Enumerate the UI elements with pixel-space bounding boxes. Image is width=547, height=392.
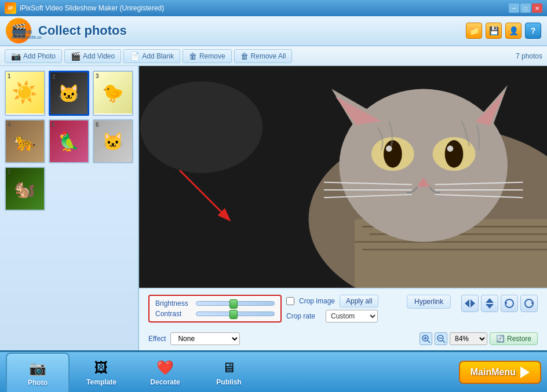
effect-select[interactable]: None Grayscale Sepia Blur: [170, 332, 240, 345]
maximize-button[interactable]: □: [520, 3, 531, 13]
photo-nav-icon: 📷: [28, 359, 47, 378]
thumbnail-7[interactable]: 7 🐿️: [5, 167, 45, 211]
hyperlink-button[interactable]: Hyperlink: [407, 295, 451, 309]
thumb-img-2: 🐱: [50, 72, 87, 114]
thumbnail-panel: 1 ☀️ 2 🐱 3 🐤 4 🐆: [0, 66, 139, 350]
zoom-out-icon: [436, 334, 446, 343]
decorate-nav-icon: ❤️: [156, 358, 174, 377]
crop-section: Crop image Apply all Crop rate Custom 4:…: [286, 295, 402, 323]
titlebar-left: iP iPixSoft Video Slideshow Maker (Unreg…: [5, 2, 164, 14]
open-folder-button[interactable]: 📁: [466, 23, 482, 39]
svg-marker-31: [486, 304, 494, 309]
svg-point-16: [445, 140, 464, 168]
main-menu-button[interactable]: MainMenu: [459, 361, 541, 384]
restore-button[interactable]: 🔄 Restore: [490, 332, 538, 345]
header: 网录软件园 www.pc0359.cn 🎬 Collect photos 📁 💾…: [0, 16, 547, 46]
publish-nav-label: Publish: [216, 378, 241, 386]
svg-line-39: [443, 340, 445, 343]
svg-line-35: [428, 340, 430, 343]
thumbnail-grid: 1 ☀️ 2 🐱 3 🐤 4 🐆: [5, 71, 133, 211]
flip-horizontal-button[interactable]: [461, 295, 479, 312]
close-button[interactable]: ✕: [532, 3, 542, 13]
svg-point-18: [447, 145, 454, 152]
template-nav-label: Template: [86, 378, 116, 386]
svg-point-1: [140, 81, 262, 173]
preview-image: [139, 66, 547, 288]
minimize-button[interactable]: ─: [509, 3, 519, 13]
main-content: 1 ☀️ 2 🐱 3 🐤 4 🐆: [0, 66, 547, 350]
cat-preview: [139, 66, 547, 288]
contrast-label: Contrast: [155, 310, 191, 318]
page-title: Collect photos: [38, 23, 127, 38]
thumbnail-3[interactable]: 3 🐤: [93, 71, 133, 116]
zoom-in-button[interactable]: [420, 332, 432, 345]
thumb-img-3: 🐤: [94, 72, 132, 113]
zoom-out-button[interactable]: [435, 332, 447, 345]
add-video-button[interactable]: 🎬 Add Video: [64, 49, 121, 63]
app-logo: iP: [5, 2, 16, 14]
contrast-track: [196, 312, 275, 316]
crop-image-label: Crop image: [299, 297, 335, 305]
crop-rate-select[interactable]: Custom 4:3 16:9 3:2: [326, 310, 378, 323]
brightness-slider[interactable]: [229, 299, 238, 309]
edit-controls: Brightness Contrast: [139, 288, 547, 350]
thumb-img-7: 🐿️: [6, 168, 44, 210]
svg-marker-30: [486, 298, 494, 303]
apply-all-button[interactable]: Apply all: [340, 295, 378, 307]
zoom-in-icon: [421, 334, 431, 343]
brightness-label: Brightness: [155, 299, 191, 307]
contrast-slider[interactable]: [229, 310, 238, 319]
nav-decorate[interactable]: ❤️ Decorate: [133, 353, 197, 392]
play-icon: [520, 367, 530, 378]
titlebar-title: iPixSoft Video Slideshow Maker (Unregist…: [20, 4, 164, 12]
titlebar: iP iPixSoft Video Slideshow Maker (Unreg…: [0, 0, 547, 16]
header-tools: 📁 💾 👤 ?: [466, 23, 541, 39]
thumbnail-6[interactable]: 6 🐱: [93, 119, 133, 163]
help-button[interactable]: ?: [525, 23, 541, 39]
thumbnail-2[interactable]: 2 🐱: [49, 71, 89, 116]
bottom-navigation: 📷 Photo 🖼 Template ❤️ Decorate 🖥 Publish…: [0, 350, 547, 392]
user-button[interactable]: 👤: [505, 23, 522, 39]
thumb-img-5: 🦜: [50, 120, 88, 162]
flip-horizontal-icon: [464, 299, 476, 308]
app-logo-large: 网录软件园 www.pc0359.cn 🎬: [6, 18, 31, 43]
add-photo-button[interactable]: 📷 Add Photo: [5, 49, 62, 63]
zoom-section: 50% 75% 84% 100% 125% 150% 🔄 Restore: [420, 332, 538, 345]
rotate-left-button[interactable]: [501, 295, 518, 312]
add-blank-button[interactable]: 📄 Add Blank: [123, 49, 180, 63]
edit-area: Brightness Contrast: [146, 295, 540, 323]
thumbnail-5[interactable]: 5 🦜: [49, 119, 89, 163]
nav-template[interactable]: 🖼 Template: [70, 353, 133, 392]
crop-rate-label: Crop rate: [286, 312, 321, 320]
add-photo-icon: 📷: [11, 52, 21, 61]
crop-row2: Crop rate Custom 4:3 16:9 3:2: [286, 310, 402, 323]
remove-icon: 🗑: [189, 52, 197, 61]
zoom-select[interactable]: 50% 75% 84% 100% 125% 150%: [450, 332, 487, 345]
publish-nav-icon: 🖥: [220, 358, 238, 377]
crop-image-checkbox[interactable]: [286, 297, 294, 305]
flip-vertical-button[interactable]: [481, 295, 498, 312]
nav-photo[interactable]: 📷 Photo: [6, 353, 70, 392]
rotate-right-icon: [523, 298, 535, 309]
watermark: 网录软件园 www.pc0359.cn: [12, 30, 42, 39]
remove-button[interactable]: 🗑 Remove: [183, 49, 232, 63]
rotate-right-button[interactable]: [520, 295, 538, 312]
crop-row1: Crop image Apply all: [286, 295, 402, 307]
add-video-icon: 🎬: [71, 52, 81, 61]
toolbar: 📷 Add Photo 🎬 Add Video 📄 Add Blank 🗑 Re…: [0, 46, 547, 66]
rotate-left-icon: [504, 298, 515, 309]
decorate-nav-label: Decorate: [150, 378, 180, 386]
arrow-tools-row: [461, 295, 538, 312]
remove-all-button[interactable]: 🗑 Remove All: [234, 49, 293, 63]
brightness-track: [196, 301, 275, 306]
save-button[interactable]: 💾: [486, 23, 502, 39]
nav-publish[interactable]: 🖥 Publish: [197, 353, 261, 392]
photo-nav-label: Photo: [28, 379, 48, 387]
thumb-img-6: 🐱: [94, 120, 132, 162]
svg-point-15: [384, 140, 402, 168]
svg-point-17: [386, 145, 392, 152]
thumbnail-1[interactable]: 1 ☀️: [5, 71, 45, 116]
thumb-img-1: ☀️: [6, 72, 44, 113]
thumbnail-4[interactable]: 4 🐆: [5, 119, 45, 163]
svg-marker-28: [465, 299, 469, 307]
